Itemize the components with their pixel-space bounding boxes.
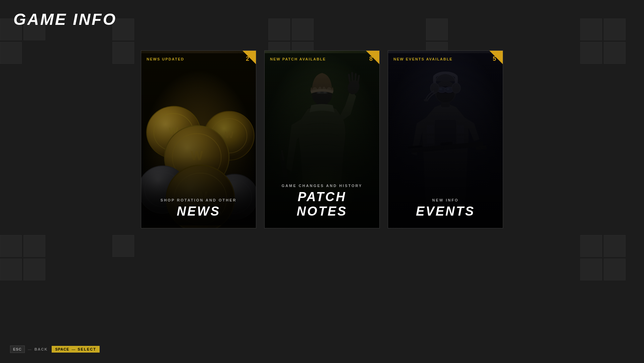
svg-point-51: [439, 88, 442, 90]
bg-tile: [0, 259, 22, 280]
svg-rect-35: [435, 120, 456, 148]
news-card-footer: SHOP ROTATION AND OTHER NEWS: [141, 191, 256, 228]
svg-rect-42: [420, 142, 424, 147]
bg-tile: [112, 42, 134, 64]
news-card-tag: NEWS UPDATED: [147, 57, 184, 61]
bg-tile: [604, 235, 626, 257]
back-control[interactable]: ESC — BACK: [10, 346, 48, 353]
bg-tile: [580, 18, 602, 40]
back-label: BACK: [35, 347, 48, 351]
svg-point-50: [445, 87, 453, 93]
patch-notes-card[interactable]: NEW PATCH AVAILABLE 8 GAME CHANGES AND H…: [264, 50, 380, 228]
select-label: SELECT: [78, 347, 96, 351]
svg-rect-27: [317, 96, 327, 109]
patch-notes-card-tag: NEW PATCH AVAILABLE: [270, 57, 326, 61]
patch-notes-card-subtitle: GAME CHANGES AND HISTORY: [273, 184, 371, 188]
bg-tile: [0, 235, 22, 257]
svg-point-53: [430, 83, 439, 93]
svg-text:W: W: [169, 125, 178, 136]
svg-rect-29: [317, 91, 327, 94]
svg-point-52: [446, 88, 449, 90]
news-card[interactable]: W W W W W: [141, 50, 256, 228]
bg-tile: [292, 18, 314, 40]
events-card-tag: NEW EVENTS AVAILABLE: [393, 57, 453, 61]
space-key-badge: SPACE: [55, 347, 69, 351]
svg-rect-45: [408, 145, 422, 148]
svg-rect-46: [441, 96, 450, 107]
svg-rect-25: [281, 150, 285, 161]
bg-tile: [268, 18, 290, 40]
svg-point-7: [164, 153, 229, 169]
patch-notes-card-footer: GAME CHANGES AND HISTORY PATCH NOTES: [265, 177, 379, 228]
svg-point-54: [452, 83, 461, 93]
bg-tile: [580, 42, 602, 64]
bg-tile: [23, 235, 45, 257]
bg-tile: [604, 42, 626, 64]
svg-rect-41: [411, 142, 483, 153]
svg-rect-40: [457, 136, 464, 144]
bg-tile: [0, 42, 22, 64]
svg-point-8: [164, 126, 229, 189]
svg-rect-36: [436, 121, 455, 147]
events-card-subtitle: NEW INFO: [396, 198, 495, 202]
bg-tile: [426, 18, 448, 40]
events-card[interactable]: NEW EVENTS AVAILABLE 5 NEW INFO EVENTS: [388, 50, 503, 228]
select-control[interactable]: SPACE — SELECT: [52, 346, 100, 353]
patch-notes-card-header: NEW PATCH AVAILABLE 8: [270, 55, 363, 62]
svg-point-28: [312, 84, 332, 105]
bg-tile: [604, 259, 626, 280]
events-card-header: NEW EVENTS AVAILABLE 5: [393, 55, 486, 62]
svg-rect-39: [427, 136, 434, 144]
page-title: GAME INFO: [13, 10, 117, 29]
cards-container: W W W W W: [141, 50, 503, 228]
svg-point-9: [172, 134, 221, 181]
esc-key-badge: ESC: [10, 346, 25, 353]
svg-point-30: [318, 91, 321, 93]
patch-notes-card-title: PATCH NOTES: [273, 190, 371, 219]
svg-rect-37: [427, 125, 434, 134]
bg-tile: [112, 235, 134, 257]
bg-tile: [23, 259, 45, 280]
svg-point-2: [154, 114, 193, 151]
svg-rect-43: [440, 142, 453, 146]
svg-point-48: [436, 87, 454, 102]
bg-tile: [580, 235, 602, 257]
card-corner-accent: [243, 51, 256, 64]
events-card-title: EVENTS: [396, 204, 495, 219]
svg-point-4: [204, 111, 254, 160]
svg-point-26: [346, 79, 362, 96]
svg-point-47: [435, 81, 456, 103]
bottom-controls: ESC — BACK SPACE — SELECT: [10, 346, 100, 353]
svg-rect-55: [424, 99, 428, 101]
svg-text:W: W: [225, 130, 234, 140]
svg-point-1: [147, 106, 200, 158]
svg-rect-38: [457, 125, 464, 134]
svg-text:W: W: [191, 148, 203, 163]
svg-point-49: [437, 87, 446, 93]
news-card-header: NEWS UPDATED 2: [147, 55, 239, 62]
news-card-subtitle: SHOP ROTATION AND OTHER: [149, 198, 248, 202]
svg-rect-44: [476, 145, 487, 150]
bg-tile: [580, 259, 602, 280]
svg-point-31: [323, 91, 326, 93]
card-corner-accent: [489, 51, 503, 64]
card-corner-accent: [366, 51, 379, 64]
bg-tile: [604, 18, 626, 40]
news-card-title: NEWS: [149, 204, 248, 219]
events-card-footer: NEW INFO EVENTS: [388, 191, 503, 228]
svg-point-5: [211, 119, 247, 153]
